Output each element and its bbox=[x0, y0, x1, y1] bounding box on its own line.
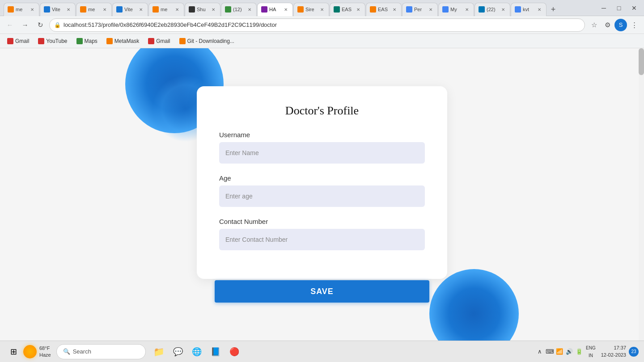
browser-nav-bar: ← → ↻ 🔒 localhost:5173/profile/0x8626f69… bbox=[0, 16, 644, 34]
tab-favicon-8 bbox=[261, 6, 267, 13]
taskbar-vscode-icon[interactable]: 📘 bbox=[208, 344, 224, 360]
tab-favicon-12 bbox=[406, 6, 412, 13]
tab-close-13[interactable]: ✕ bbox=[464, 6, 470, 13]
decorative-circle-bottom-right bbox=[429, 269, 519, 341]
close-button[interactable]: ✕ bbox=[628, 2, 640, 14]
bookmark-gmail-2[interactable]: Gmail bbox=[144, 37, 174, 46]
extensions-button[interactable]: ⚙ bbox=[601, 19, 614, 31]
back-button[interactable]: ← bbox=[4, 19, 16, 31]
taskbar-edge-icon[interactable]: 🌐 bbox=[189, 344, 205, 360]
taskbar-right: ∧ ⌨ 📶 🔊 🔋 ENG IN 17:37 12-02-2023 23 bbox=[536, 345, 639, 358]
tab-label-10: EAS bbox=[342, 7, 353, 12]
tab-favicon-4 bbox=[116, 6, 123, 13]
tab-8[interactable]: HA ✕ bbox=[257, 3, 293, 16]
contact-group: Contact Number bbox=[219, 218, 425, 250]
contact-input[interactable] bbox=[219, 229, 425, 250]
tab-label-11: EAS bbox=[378, 7, 390, 12]
taskbar-file-explorer-icon[interactable]: 📁 bbox=[151, 344, 167, 360]
menu-button[interactable]: ⋮ bbox=[628, 19, 640, 31]
maximize-button[interactable]: □ bbox=[613, 2, 625, 14]
minimize-button[interactable]: ─ bbox=[597, 2, 610, 14]
tab-close-5[interactable]: ✕ bbox=[174, 6, 180, 13]
tab-close-9[interactable]: ✕ bbox=[319, 6, 325, 13]
tab-label-3: me bbox=[88, 7, 100, 12]
age-input[interactable] bbox=[219, 185, 425, 207]
address-bar[interactable]: 🔒 localhost:5173/profile/0x8626f6940E2eb… bbox=[49, 18, 585, 32]
tab-3[interactable]: me ✕ bbox=[76, 3, 112, 16]
tab-5[interactable]: me ✕ bbox=[148, 3, 184, 16]
tab-close-14[interactable]: ✕ bbox=[500, 6, 506, 13]
tab-label-12: Per bbox=[414, 7, 426, 12]
sys-tray: ∧ ⌨ 📶 🔊 🔋 bbox=[536, 348, 583, 356]
reload-button[interactable]: ↻ bbox=[34, 19, 47, 31]
tray-battery-icon[interactable]: 🔋 bbox=[575, 348, 583, 356]
contact-label: Contact Number bbox=[219, 218, 425, 225]
notification-badge[interactable]: 23 bbox=[629, 347, 639, 357]
taskbar-weather[interactable]: 68°F Haze bbox=[23, 345, 51, 358]
bookmark-favicon-git bbox=[179, 38, 186, 44]
tab-4[interactable]: Vite ✕ bbox=[112, 3, 148, 16]
bookmark-gmail-1[interactable]: Gmail bbox=[4, 37, 33, 46]
window-controls: ─ □ ✕ bbox=[597, 2, 640, 14]
tab-close-15[interactable]: ✕ bbox=[536, 6, 542, 13]
tab-12[interactable]: Per ✕ bbox=[402, 3, 438, 16]
tab-close-7[interactable]: ✕ bbox=[246, 6, 253, 13]
tray-volume-icon[interactable]: 🔊 bbox=[565, 348, 573, 356]
tab-close-3[interactable]: ✕ bbox=[102, 6, 108, 13]
tab-label-6: Shu bbox=[197, 7, 208, 12]
tab-label-13: My bbox=[450, 7, 462, 12]
bookmark-youtube[interactable]: YouTube bbox=[34, 37, 71, 46]
tab-6[interactable]: Shu ✕ bbox=[185, 3, 220, 16]
start-button[interactable]: ⊞ bbox=[5, 344, 21, 360]
tab-9[interactable]: Sire ✕ bbox=[293, 3, 329, 16]
bookmarks-bar: Gmail YouTube Maps MetaMask Gmail Git - … bbox=[0, 34, 644, 48]
taskbar-chat-icon[interactable]: 💬 bbox=[170, 344, 186, 360]
bookmark-favicon-gmail-1 bbox=[7, 38, 13, 44]
tab-13[interactable]: My ✕ bbox=[438, 3, 474, 16]
taskbar-clock[interactable]: 17:37 12-02-2023 bbox=[601, 345, 626, 358]
bookmark-metamask[interactable]: MetaMask bbox=[103, 37, 143, 46]
tab-10[interactable]: EAS ✕ bbox=[330, 3, 365, 16]
forward-button[interactable]: → bbox=[19, 19, 31, 31]
bookmark-label-gmail-2: Gmail bbox=[156, 38, 170, 44]
tab-close-8[interactable]: ✕ bbox=[283, 6, 289, 13]
bookmark-star-button[interactable]: ☆ bbox=[588, 19, 600, 31]
tab-close-11[interactable]: ✕ bbox=[391, 6, 398, 13]
bookmark-git[interactable]: Git - Downloading... bbox=[176, 37, 238, 46]
bookmark-favicon-youtube bbox=[38, 38, 44, 44]
tab-1[interactable]: me ✕ bbox=[4, 3, 39, 16]
tab-close-6[interactable]: ✕ bbox=[210, 6, 216, 13]
taskbar: ⊞ 68°F Haze 🔍 Search 📁 💬 🌐 📘 🔴 ∧ ⌨ 📶 bbox=[0, 341, 644, 362]
tab-close-1[interactable]: ✕ bbox=[29, 6, 35, 13]
taskbar-app-icons: 📁 💬 🌐 📘 🔴 bbox=[151, 344, 242, 360]
browser-title-bar: me ✕ Vite ✕ me ✕ Vite ✕ me ✕ Shu ✕ bbox=[0, 0, 644, 16]
profile-button[interactable]: S bbox=[614, 19, 627, 31]
tray-keyboard-icon[interactable]: ⌨ bbox=[546, 348, 554, 356]
scrollbar-thumb[interactable] bbox=[639, 48, 644, 75]
tab-14[interactable]: (22) ✕ bbox=[475, 3, 510, 16]
taskbar-search[interactable]: 🔍 Search bbox=[56, 344, 146, 359]
tab-close-10[interactable]: ✕ bbox=[355, 6, 361, 13]
page-scrollbar[interactable] bbox=[639, 48, 644, 341]
tab-close-2[interactable]: ✕ bbox=[65, 6, 72, 13]
username-input[interactable] bbox=[219, 142, 425, 164]
tab-favicon-5 bbox=[153, 6, 159, 13]
tab-11[interactable]: EAS ✕ bbox=[366, 3, 402, 16]
tab-2[interactable]: Vite ✕ bbox=[40, 3, 76, 16]
new-tab-button[interactable]: + bbox=[547, 4, 559, 16]
tab-favicon-1 bbox=[8, 6, 14, 13]
tray-up-arrow-icon[interactable]: ∧ bbox=[536, 348, 544, 356]
weather-text: 68°F Haze bbox=[39, 345, 51, 358]
locale-display[interactable]: ENG IN bbox=[586, 345, 596, 358]
bookmark-label-youtube: YouTube bbox=[46, 38, 67, 44]
bookmark-maps[interactable]: Maps bbox=[73, 37, 101, 46]
bookmark-favicon-metamask bbox=[106, 38, 113, 44]
tab-strip: me ✕ Vite ✕ me ✕ Vite ✕ me ✕ Shu ✕ bbox=[4, 0, 596, 16]
tab-close-4[interactable]: ✕ bbox=[138, 6, 144, 13]
save-button[interactable]: SAVE bbox=[215, 280, 429, 303]
tray-wifi-icon[interactable]: 📶 bbox=[555, 348, 564, 356]
tab-close-12[interactable]: ✕ bbox=[428, 6, 434, 13]
tab-15[interactable]: kvt ✕ bbox=[511, 3, 547, 16]
taskbar-chrome-icon[interactable]: 🔴 bbox=[226, 344, 242, 360]
tab-7[interactable]: (12) ✕ bbox=[221, 3, 257, 16]
